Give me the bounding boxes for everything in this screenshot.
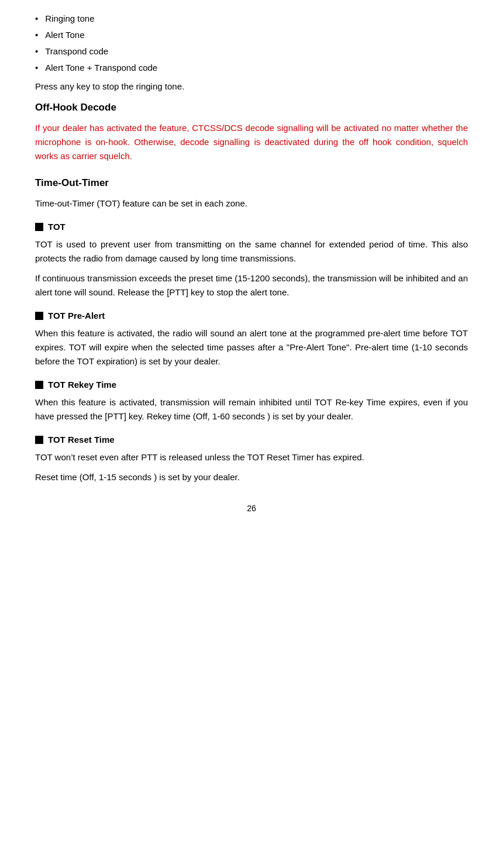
off-hook-body: If your dealer has activated the feature… xyxy=(35,121,468,163)
off-hook-section: Off-Hook Decode If your dealer has activ… xyxy=(35,99,468,163)
reset-label-row: TOT Reset Time xyxy=(35,433,468,447)
square-bullet-icon xyxy=(35,436,43,444)
tot-intro: Time-out-Timer (TOT) feature can be set … xyxy=(35,197,468,211)
press-line: Press any key to stop the ringing tone. xyxy=(35,80,468,94)
pre-alert-sub: TOT Pre-Alert When this feature is activ… xyxy=(35,309,468,368)
page-number: 26 xyxy=(35,502,468,515)
tot-label: TOT xyxy=(48,220,66,234)
list-item: Alert Tone xyxy=(35,28,468,42)
square-bullet-icon xyxy=(35,223,43,231)
pre-alert-label-row: TOT Pre-Alert xyxy=(35,309,468,323)
square-bullet-icon xyxy=(35,381,43,389)
bullet-list: Ringing tone Alert Tone Transpond code A… xyxy=(35,12,468,75)
tot-body2: If continuous transmission exceeds the p… xyxy=(35,271,468,299)
tot-title: Time-Out-Timer xyxy=(35,175,468,191)
rekey-label: TOT Rekey Time xyxy=(48,378,116,392)
reset-body1: TOT won’t reset even after PTT is releas… xyxy=(35,450,468,464)
tot-body1: TOT is used to prevent user from transmi… xyxy=(35,237,468,266)
off-hook-title: Off-Hook Decode xyxy=(35,99,468,115)
rekey-body: When this feature is activated, transmis… xyxy=(35,395,468,423)
pre-alert-body: When this feature is activated, the radi… xyxy=(35,326,468,368)
time-out-section: Time-Out-Timer Time-out-Timer (TOT) feat… xyxy=(35,175,468,484)
list-item: Ringing tone xyxy=(35,12,468,26)
list-item: Alert Tone + Transpond code xyxy=(35,61,468,75)
tot-label-row: TOT xyxy=(35,220,468,234)
list-item: Transpond code xyxy=(35,44,468,58)
square-bullet-icon xyxy=(35,312,43,320)
rekey-label-row: TOT Rekey Time xyxy=(35,378,468,392)
pre-alert-label: TOT Pre-Alert xyxy=(48,309,105,323)
reset-label: TOT Reset Time xyxy=(48,433,115,447)
reset-sub: TOT Reset Time TOT won’t reset even afte… xyxy=(35,433,468,484)
rekey-sub: TOT Rekey Time When this feature is acti… xyxy=(35,378,468,423)
reset-body2: Reset time (Off, 1-15 seconds ) is set b… xyxy=(35,470,468,484)
tot-sub: TOT TOT is used to prevent user from tra… xyxy=(35,220,468,299)
